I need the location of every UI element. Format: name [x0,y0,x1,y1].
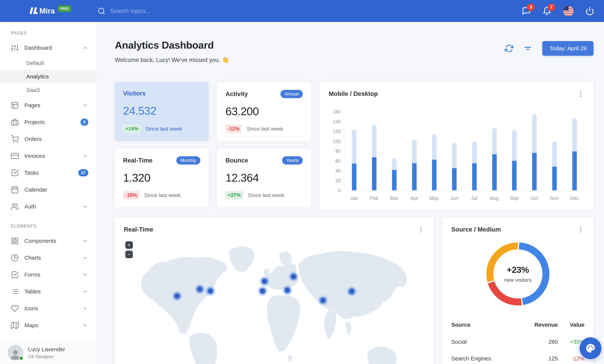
pie-chart-icon [11,254,19,262]
filter-icon[interactable] [524,44,532,53]
chevron-down-icon [82,255,88,261]
more-vertical-icon[interactable] [577,226,584,233]
list-icon [11,288,19,296]
brand[interactable]: Mira PRO [26,7,98,16]
map-marker[interactable] [208,289,213,293]
sidebar-item-tables[interactable]: Tables [0,283,97,300]
world-map: + − [124,236,425,364]
welcome-message: Welcome back, Lucy! We've missed you. 👋 [115,56,229,63]
bar-segment-mobile [492,154,497,190]
period-badge[interactable]: Monthly [176,156,200,164]
more-vertical-icon[interactable] [417,226,425,233]
map-marker[interactable] [262,279,267,284]
chevron-down-icon [82,272,88,278]
sidebar-item-label: Components [24,238,56,244]
sidebar-section-label-pages: PAGES [0,22,97,39]
col-header-revenue: Revenue [520,317,558,334]
stat-caption: Since last week [248,192,285,198]
map-zoom-out-button[interactable]: − [125,251,133,258]
map-marker[interactable] [291,274,296,279]
sidebar-item-maps[interactable]: Maps [0,317,97,334]
cell-source: Search Engines [451,350,520,364]
notifications-button[interactable]: 7 [542,7,552,16]
mira-logo-icon [26,7,39,16]
sidebar-item-auth[interactable]: Auth [0,198,97,215]
map-marker[interactable] [197,287,202,292]
sidebar-item-projects[interactable]: Projects8 [0,114,97,131]
sidebar-item-components[interactable]: Components [0,232,97,249]
sidebar-section-label-elements: ELEMENTS [0,215,97,232]
user-role: UX Designer [28,354,65,359]
count-badge: 17 [78,169,88,176]
sidebar-item-calendar[interactable]: Calendar [0,181,97,198]
delta-badge: +14% [123,125,141,133]
bar-group-sep [512,130,516,190]
stat-title: Visitors [123,90,146,97]
world-map-svg [124,236,425,364]
col-header-source: Source [451,317,520,334]
bar-segment-desktop [532,114,537,153]
bar-segment-mobile [552,167,557,190]
user-name: Lucy Lavender [28,346,65,352]
chevron-down-icon [82,203,88,210]
messages-count-badge: 3 [527,4,535,11]
sidebar-item-forms[interactable]: Forms [0,266,97,283]
messages-button[interactable]: 3 [522,7,531,16]
check-square-icon [11,271,19,279]
map-marker[interactable] [260,289,265,293]
x-tick-label: Sep [504,195,525,201]
sidebar-item-invoices[interactable]: Invoices [0,148,97,164]
stat-caption: Since last week [247,126,283,132]
y-tick-label: 60 [329,158,341,164]
realtime-map-card: Real-Time [115,218,434,364]
sidebar-item-icons[interactable]: Icons [0,300,97,317]
period-badge[interactable]: Annual [280,90,303,98]
sidebar-item-pages[interactable]: Pages [0,97,97,114]
table-row: Social260+35% [451,334,584,350]
more-vertical-icon[interactable] [577,90,584,98]
sidebar-item-charts[interactable]: Charts [0,249,97,266]
map-marker[interactable] [349,289,354,294]
sidebar-item-dashboard[interactable]: Dashboard [0,39,97,56]
cell-revenue: 125 [520,350,558,364]
map-marker[interactable] [175,294,179,299]
y-tick-label: 160 [329,109,341,114]
refresh-icon[interactable] [505,44,513,53]
sidebar-nav: PAGESDashboardDefaultAnalyticsSaaSPagesP… [0,22,97,351]
sidebar-item-tasks[interactable]: Tasks17 [0,164,97,181]
source-medium-card: Source / Medium +23% new visitors Source… [442,218,593,364]
map-marker[interactable] [285,288,290,293]
sidebar-item-default[interactable]: Default [0,56,97,70]
sign-out-button[interactable] [585,7,594,16]
sidebar-user[interactable]: Lucy Lavender UX Designer [0,341,97,364]
sidebar-item-label: Tables [24,289,41,295]
period-badge[interactable]: Yearly [282,156,303,164]
search-input[interactable] [110,8,197,14]
stat-title: Activity [226,90,248,98]
sidebar-item-label: Invoices [24,153,45,159]
table-row: Search Engines125-12% [451,350,584,364]
header-divider [115,72,593,72]
sidebar-item-label: Auth [24,203,36,210]
today-date-button[interactable]: Today: April 29 [542,41,593,56]
donut-center-value: +23% [507,265,529,275]
bar-segment-desktop [432,134,437,160]
language-flag-us[interactable] [563,6,574,16]
map-zoom-in-button[interactable]: + [125,241,133,249]
power-icon [585,7,594,16]
sidebar-item-label: Forms [24,272,40,278]
sidebar-item-analytics[interactable]: Analytics [0,70,97,83]
sidebar-item-saas[interactable]: SaaS [0,83,97,97]
map-marker[interactable] [321,298,326,303]
global-search[interactable] [98,7,197,15]
stat-card-bounce: BounceYearly12.364+27%Since last week [217,148,311,207]
x-tick-label: Aug [484,195,504,201]
donut-center-label: new visitors [504,277,532,283]
bar-segment-desktop [512,130,516,161]
top-navbar: Mira PRO 3 7 [0,0,604,22]
sidebar-item-orders[interactable]: Orders [0,131,97,148]
bar-segment-desktop [552,141,557,167]
x-tick-label: Dec [565,195,584,201]
bar-group-jan [352,130,356,190]
theme-settings-fab[interactable] [580,337,601,359]
